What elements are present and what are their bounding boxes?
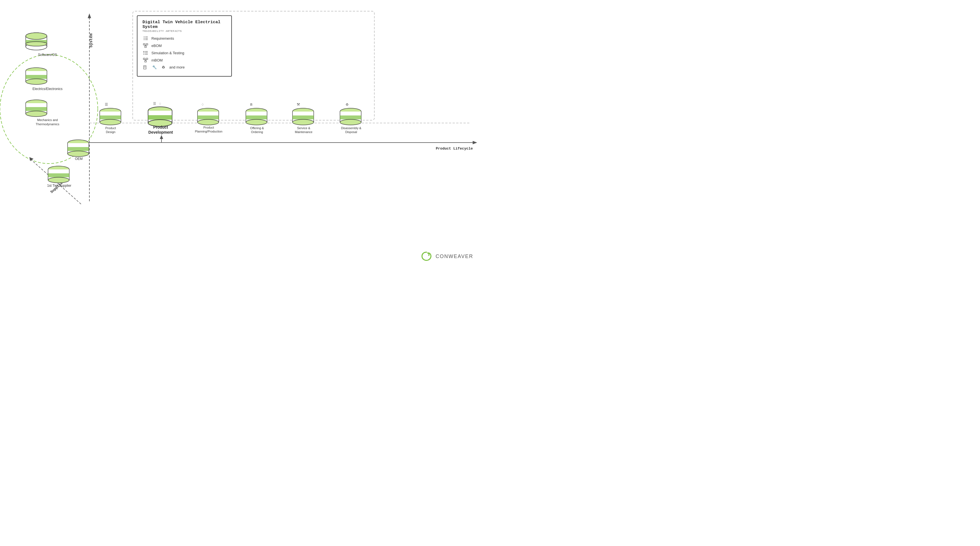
svg-rect-54 xyxy=(148,115,172,120)
svg-point-63 xyxy=(197,120,219,125)
svg-rect-105 xyxy=(146,58,148,59)
db-product-development xyxy=(148,107,172,126)
requirements-label: Requirements xyxy=(151,36,174,40)
label-service-1: Service & xyxy=(297,126,310,130)
svg-rect-76 xyxy=(293,115,314,120)
svg-line-109 xyxy=(146,59,147,60)
label-product-development-2: Development xyxy=(148,130,173,134)
label-disassembly-1: Disassembly & xyxy=(341,126,361,130)
svg-text:♻: ♻ xyxy=(345,102,348,107)
lifecycle-axis-label: Product Lifecycle xyxy=(436,147,473,151)
ebom-label: eBOM xyxy=(151,44,162,48)
svg-rect-92 xyxy=(143,44,145,45)
label-offering-1: Offering & xyxy=(250,126,264,130)
svg-point-84 xyxy=(340,120,361,125)
db-electrics xyxy=(26,68,47,85)
svg-point-24 xyxy=(26,79,47,85)
info-box-subtitle: TRACEABILITY ARTEFACTS xyxy=(143,30,226,33)
svg-marker-10 xyxy=(160,135,163,139)
doc-icon xyxy=(143,65,149,69)
svg-rect-69 xyxy=(246,115,267,120)
svg-point-30 xyxy=(26,111,47,117)
label-offering-2: Ordering xyxy=(251,130,263,134)
label-service-2: Maintenance xyxy=(295,130,313,134)
info-box-item-more: 🔧 ♻ and more xyxy=(143,65,226,69)
simulation-label: Simulation & Testing xyxy=(151,51,185,55)
label-product-development-1: Product xyxy=(153,125,168,129)
ebom-icon xyxy=(143,43,149,48)
svg-text:☰: ☰ xyxy=(105,102,108,107)
info-box: Digital Twin Vehicle Electrical System T… xyxy=(137,15,232,77)
svg-point-42 xyxy=(48,177,69,183)
db-software xyxy=(26,33,47,50)
label-disassembly-2: Disposal xyxy=(345,130,357,134)
info-box-item-mbom: mBOM xyxy=(143,58,226,62)
svg-point-36 xyxy=(68,151,89,156)
label-oem: OEM xyxy=(75,157,83,161)
svg-point-70 xyxy=(246,120,267,125)
svg-rect-23 xyxy=(26,75,47,79)
svg-point-77 xyxy=(293,120,314,125)
svg-rect-62 xyxy=(197,115,219,120)
system-axis-label: System xyxy=(89,34,93,48)
conweaver-icon xyxy=(420,251,433,262)
info-box-title: Digital Twin Vehicle Electrical System xyxy=(143,20,226,29)
diagram-container: System Product Lifecycle Supplier xyxy=(0,0,490,273)
db-offering xyxy=(246,108,267,125)
svg-rect-83 xyxy=(340,115,361,120)
db-product-planning xyxy=(197,108,219,125)
svg-text:⚒: ⚒ xyxy=(297,102,300,107)
db-product-design xyxy=(100,108,121,125)
svg-text:☰: ☰ xyxy=(153,102,156,106)
svg-rect-41 xyxy=(48,173,69,177)
db-tier1 xyxy=(48,166,69,183)
label-product-planning-2: Planning/Production xyxy=(195,130,223,133)
svg-line-108 xyxy=(144,59,146,60)
db-service xyxy=(293,108,314,125)
svg-line-97 xyxy=(146,45,147,46)
more-label: and more xyxy=(169,65,185,69)
svg-rect-94 xyxy=(145,46,146,48)
recycle-icon: ♻ xyxy=(161,65,167,69)
svg-text:🖹: 🖹 xyxy=(250,103,253,106)
svg-rect-106 xyxy=(145,61,146,62)
label-software: Software/OS xyxy=(38,53,57,57)
mbom-icon xyxy=(143,58,149,62)
db-mechanics xyxy=(26,100,47,117)
label-electrics: Electrics/Electronics xyxy=(32,87,62,91)
db-disassembly xyxy=(340,108,361,125)
info-box-item-requirements: Requirements xyxy=(143,36,226,40)
conweaver-logo: CONWEAVER xyxy=(420,251,473,262)
svg-marker-3 xyxy=(473,141,477,144)
svg-point-16 xyxy=(26,33,47,40)
svg-text:♢: ♢ xyxy=(159,102,161,105)
label-product-design-1: Product xyxy=(105,126,116,130)
svg-rect-104 xyxy=(143,58,145,59)
main-diagram-svg: System Product Lifecycle Supplier xyxy=(0,0,490,273)
wrench-icon: 🔧 xyxy=(151,65,158,69)
db-oem xyxy=(68,140,89,156)
svg-rect-29 xyxy=(26,107,47,111)
info-box-item-simulation: Simulation & Testing xyxy=(143,51,226,55)
label-product-planning-1: Product xyxy=(204,126,214,129)
requirements-icon xyxy=(143,36,149,40)
svg-line-96 xyxy=(144,45,146,46)
svg-point-18 xyxy=(26,42,47,46)
svg-rect-93 xyxy=(146,44,148,45)
mbom-label: mBOM xyxy=(151,58,162,62)
info-box-item-ebom: eBOM xyxy=(143,43,226,48)
label-mechanics2: Thermodynamics xyxy=(36,123,59,126)
svg-rect-35 xyxy=(68,147,89,151)
label-tier1: 1st Tier Supplier xyxy=(47,184,72,188)
label-product-design-2: Design xyxy=(106,130,115,134)
simulation-icon xyxy=(143,51,149,55)
svg-rect-47 xyxy=(100,115,121,120)
conweaver-text: CONWEAVER xyxy=(436,254,473,259)
svg-text:♢: ♢ xyxy=(201,102,204,107)
svg-marker-8 xyxy=(29,157,33,161)
label-mechanics: Mechanics and xyxy=(37,118,58,121)
svg-point-48 xyxy=(100,120,121,125)
svg-marker-1 xyxy=(88,13,91,18)
